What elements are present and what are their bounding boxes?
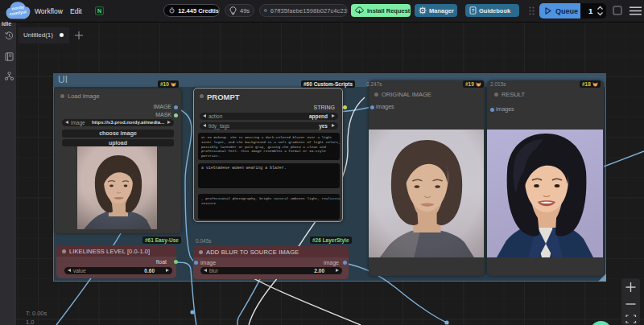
svg-text:?: ? bbox=[472, 8, 475, 13]
